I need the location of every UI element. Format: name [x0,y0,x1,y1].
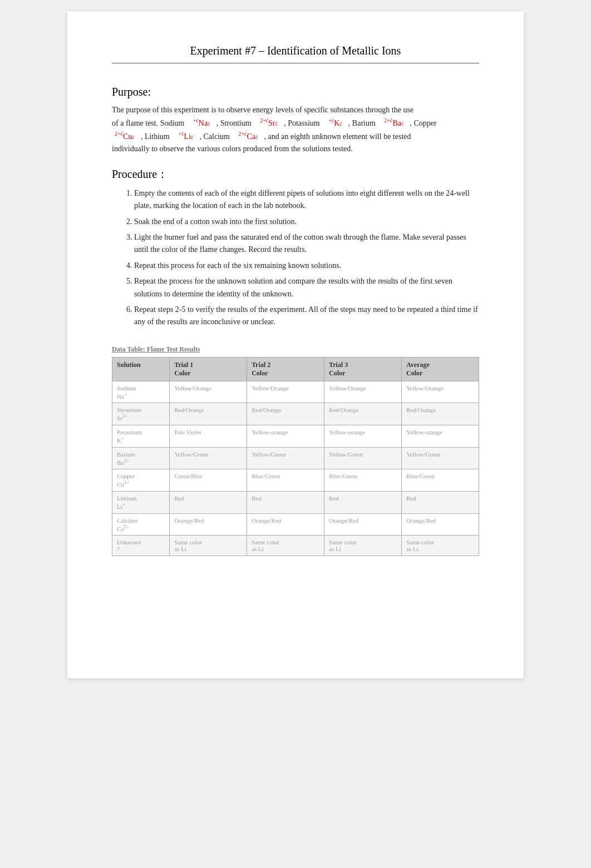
cell-lithium-avg: Red [402,492,479,514]
cell-strontium-label: StrontiumSr2+ [112,403,170,425]
cell-sodium-t1: Yellow/Orange [170,381,247,403]
cell-calcium-label: CalciumCa2+ [112,513,170,535]
barium-formula: 2+ċBaċ [383,116,403,130]
cell-barium-t2: Yellow/Green [247,447,324,469]
lithium-symbol: Liċ [184,132,194,141]
procedure-step-1: Empty the contents of each of the eight … [134,187,479,212]
cell-unknown-t2: Same coloras Li [247,535,324,556]
sodium-formula: +ċNaċ [193,116,210,130]
cell-strontium-t1: Red/Orange [170,403,247,425]
page: Purpose: Experiment #7 – Identification … [67,11,524,678]
col-trial3: Trial 3Color [324,357,402,381]
procedure-step-4: Repeat this process for each of the six … [134,260,479,272]
cell-copper-label: CopperCu2+ [112,469,170,492]
barium-label: , Barium [346,119,380,127]
table-header-row: Solution Trial 1Color Trial 2Color Trial… [112,357,479,381]
table-row: Unknown? Same coloras Li Same coloras Li… [112,535,479,556]
purpose-line1: The purpose of this experiment is to obs… [112,106,413,114]
strontium-symbol: Srċ [268,119,278,127]
copper-label: , Copper [408,119,437,127]
strontium-formula: 2+ċSrċ [259,116,278,130]
table-row: CopperCu2+ Green/Blue Blue/Green Blue/Gr… [112,469,479,492]
cell-unknown-label: Unknown? [112,535,170,556]
procedure-section: Procedure： Empty the contents of each of… [112,167,479,329]
cell-sodium-t2: Yellow/Orange [247,381,324,403]
cell-lithium-t1: Red [170,492,247,514]
cell-potassium-label: PotassiumK+ [112,425,170,448]
cell-strontium-t2: Red/Orange [247,403,324,425]
calcium-charge: 2+ċ [238,131,247,137]
potassium-symbol: Kċ [334,119,342,127]
table-row: StrontiumSr2+ Red/Orange Red/Orange Red/… [112,403,479,425]
table-row: BariumBa2+ Yellow/Green Yellow/Green Yel… [112,447,479,469]
cell-unknown-t3: Same coloras Li [324,535,402,556]
procedure-step-5: Repeat the process for the unknown solut… [134,275,479,300]
procedure-step-6: Repeat steps 2-5 to verify the results o… [134,304,479,329]
cell-sodium-avg: Yellow/Orange [402,381,479,403]
cell-sodium-t3: Yellow/Orange [324,381,402,403]
table-row: SodiumNa+ Yellow/Orange Yellow/Orange Ye… [112,381,479,403]
sodium-symbol: Naċ [199,119,210,127]
calcium-formula: 2+ċCaċ [238,130,258,143]
cell-potassium-t2: Yellow-orange [247,425,324,448]
barium-symbol: Baċ [392,119,403,127]
data-table-section: Data Table: Flame Test Results Solution … [112,345,479,557]
col-trial1: Trial 1Color [170,357,247,381]
procedure-step-3: Light the burner fuel and pass the satur… [134,231,479,256]
cell-lithium-t2: Red [247,492,324,514]
table-row: LithiumLi+ Red Red Red Red [112,492,479,514]
procedure-list: Empty the contents of each of the eight … [134,187,479,329]
copper-symbol: Cuċ [123,132,135,141]
purpose-and-unknown: , and an eighth unknown element will be … [262,132,411,141]
lithium-label: , Lithium [139,132,174,141]
cell-strontium-t3: Red/Orange [324,403,402,425]
cell-barium-label: BariumBa2+ [112,447,170,469]
cell-lithium-label: LithiumLi+ [112,492,170,514]
purpose-heading: Purpose: [112,86,479,98]
cell-potassium-t3: Yellow-orange [324,425,402,448]
copper-charge: 2+ċ [115,131,123,137]
barium-charge: 2+ċ [384,117,392,123]
cell-copper-t2: Blue/Green [247,469,324,492]
results-table: Solution Trial 1Color Trial 2Color Trial… [112,357,479,557]
potassium-charge: +ċ [328,117,334,123]
procedure-step-2: Soak the end of a cotton swab into the f… [134,216,479,228]
cell-copper-avg: Blue/Green [402,469,479,492]
purpose-body: The purpose of this experiment is to obs… [112,104,479,156]
cell-lithium-t3: Red [324,492,402,514]
cell-calcium-t1: Orange/Red [170,513,247,535]
table-row: CalciumCa2+ Orange/Red Orange/Red Orange… [112,513,479,535]
strontium-label: , Strontium [214,119,255,127]
calcium-label: , Calcium [198,132,234,141]
table-title: Data Table: Flame Test Results [112,345,479,354]
cell-unknown-t1: Same coloras Li [170,535,247,556]
page-title: Purpose: Experiment #7 – Identification … [112,44,479,63]
potassium-label: , Potassium [282,119,324,127]
cell-calcium-avg: Orange/Red [402,513,479,535]
cell-barium-t1: Yellow/Green [170,447,247,469]
cell-strontium-avg: Red/Orange [402,403,479,425]
col-solution: Solution [112,357,170,381]
lithium-charge: +ċ [179,131,184,137]
cell-sodium-label: SodiumNa+ [112,381,170,403]
cell-potassium-t1: Pale Violet [170,425,247,448]
cell-copper-t1: Green/Blue [170,469,247,492]
cell-copper-t3: Blue/Green [324,469,402,492]
cell-barium-avg: Yellow/Green [402,447,479,469]
cell-barium-t3: Yellow/Green [324,447,402,469]
col-avg: AverageColor [402,357,479,381]
table-row: PotassiumK+ Pale Violet Yellow-orange Ye… [112,425,479,448]
cell-calcium-t2: Orange/Red [247,513,324,535]
procedure-heading: Procedure： [112,167,479,182]
copper-formula: 2+ċCuċ [114,130,135,143]
strontium-charge: 2+ċ [260,117,268,123]
purpose-conclusion: individually to observe the various colo… [112,145,353,153]
potassium-formula: +ċKċ [328,116,342,130]
cell-calcium-t3: Orange/Red [324,513,402,535]
purpose-section: Purpose: The purpose of this experiment … [112,86,479,156]
cell-unknown-avg: Same coloras Li [402,535,479,556]
lithium-formula: +ċLiċ [178,130,194,143]
calcium-symbol: Caċ [247,132,258,141]
cell-potassium-avg: Yellow-orange [402,425,479,448]
purpose-line2: of a flame test. Sodium [112,119,188,127]
